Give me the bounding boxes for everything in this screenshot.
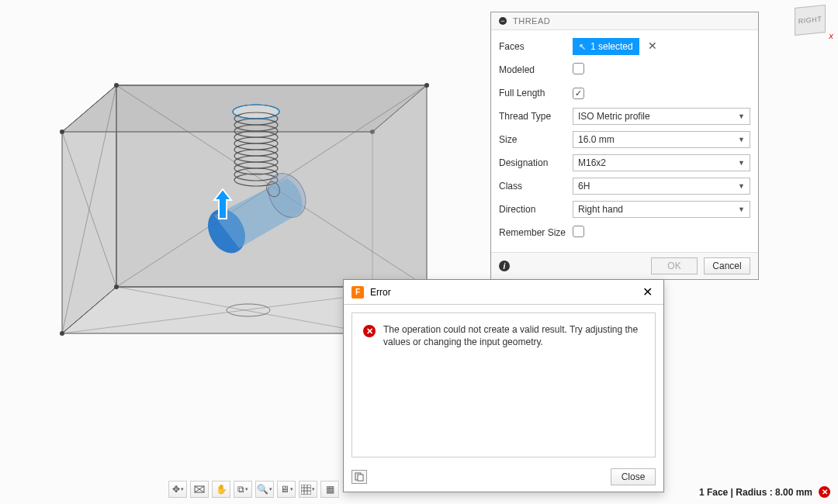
error-icon: ✕ — [363, 325, 376, 337]
selection-status-text: 1 Face | Radius : 8.00 mm — [699, 487, 812, 498]
full-length-label: Full Length — [499, 88, 573, 98]
thread-panel-title: THREAD — [513, 16, 550, 26]
class-label: Class — [499, 181, 573, 192]
chevron-down-icon: ▼ — [738, 112, 745, 120]
info-icon[interactable]: i — [499, 261, 510, 271]
clear-selection-button[interactable]: ✕ — [648, 40, 657, 52]
svg-point-16 — [114, 285, 119, 289]
modeled-checkbox[interactable] — [573, 63, 584, 74]
svg-point-20 — [370, 129, 375, 134]
look-at-button[interactable] — [190, 481, 209, 498]
close-button[interactable]: Close — [611, 468, 656, 485]
chevron-down-icon: ▼ — [738, 136, 745, 143]
svg-point-17 — [60, 129, 64, 134]
snap-button[interactable]: ▦ — [320, 481, 339, 498]
svg-point-18 — [60, 331, 64, 336]
faces-selection-count: 1 selected — [590, 41, 633, 52]
size-select[interactable]: 16.0 mm ▼ — [573, 131, 750, 148]
error-message-area: ✕ The operation could not create a valid… — [351, 312, 656, 457]
designation-label: Designation — [499, 157, 573, 168]
thread-type-label: Thread Type — [499, 111, 573, 122]
chevron-down-icon: ▼ — [738, 205, 745, 213]
designation-value: M16x2 — [578, 157, 606, 168]
direction-arrow-manipulator[interactable] — [211, 188, 234, 225]
thread-panel-header[interactable]: − THREAD — [491, 12, 758, 30]
size-value: 16.0 mm — [578, 134, 615, 145]
zoom-window-button[interactable]: ⧉▾ — [234, 481, 252, 498]
cancel-button[interactable]: Cancel — [704, 257, 750, 274]
view-cube[interactable]: RIGHT X — [791, 5, 832, 39]
svg-rect-45 — [301, 485, 311, 495]
thread-feature-panel: − THREAD Faces ↖ 1 selected ✕ Modeled Fu… — [490, 12, 759, 280]
zoom-button[interactable]: 🔍▾ — [255, 481, 274, 498]
thread-type-value: ISO Metric profile — [578, 111, 650, 122]
faces-label: Faces — [499, 41, 573, 52]
copy-log-button[interactable] — [351, 470, 367, 484]
class-value: 6H — [578, 181, 590, 192]
navigation-toolbar: ✥▾ ✋ ⧉▾ 🔍▾ 🖥▾ ▾ ▦ — [168, 481, 340, 498]
svg-point-13 — [114, 83, 119, 88]
app-icon: F — [351, 286, 364, 299]
remember-size-label: Remember Size — [499, 227, 573, 238]
svg-point-14 — [424, 83, 429, 88]
collapse-icon[interactable]: − — [499, 17, 507, 25]
error-dialog-titlebar[interactable]: F Error ✕ — [344, 280, 663, 305]
full-length-checkbox[interactable] — [573, 88, 584, 99]
display-settings-button[interactable]: 🖥▾ — [277, 481, 296, 498]
error-message-text: The operation could not create a valid r… — [383, 324, 644, 446]
grid-settings-button[interactable]: ▾ — [299, 481, 317, 498]
cursor-icon: ↖ — [579, 42, 586, 52]
class-select[interactable]: 6H ▼ — [573, 178, 750, 195]
faces-selection-chip[interactable]: ↖ 1 selected — [573, 38, 639, 55]
svg-rect-41 — [358, 475, 363, 481]
remember-size-checkbox[interactable] — [573, 226, 584, 237]
pan-button[interactable]: ✋ — [212, 481, 230, 498]
error-dialog: F Error ✕ ✕ The operation could not crea… — [343, 279, 664, 492]
status-bar: 1 Face | Radius : 8.00 mm ✕ — [699, 486, 830, 498]
view-cube-face-right[interactable]: RIGHT — [795, 5, 826, 36]
direction-label: Direction — [499, 204, 573, 215]
direction-select[interactable]: Right hand ▼ — [573, 201, 750, 218]
orbit-button[interactable]: ✥▾ — [168, 481, 187, 498]
size-label: Size — [499, 134, 573, 145]
chevron-down-icon: ▼ — [738, 159, 745, 167]
axis-x-label: X — [829, 33, 833, 40]
close-icon[interactable]: ✕ — [639, 285, 656, 299]
thread-type-select[interactable]: ISO Metric profile ▼ — [573, 108, 750, 125]
direction-value: Right hand — [578, 204, 623, 215]
designation-select[interactable]: M16x2 ▼ — [573, 154, 750, 171]
chevron-down-icon: ▼ — [738, 182, 745, 190]
modeled-label: Modeled — [499, 64, 573, 75]
error-dialog-title: Error — [370, 287, 391, 298]
status-error-icon[interactable]: ✕ — [819, 486, 830, 498]
ok-button: OK — [651, 257, 698, 274]
